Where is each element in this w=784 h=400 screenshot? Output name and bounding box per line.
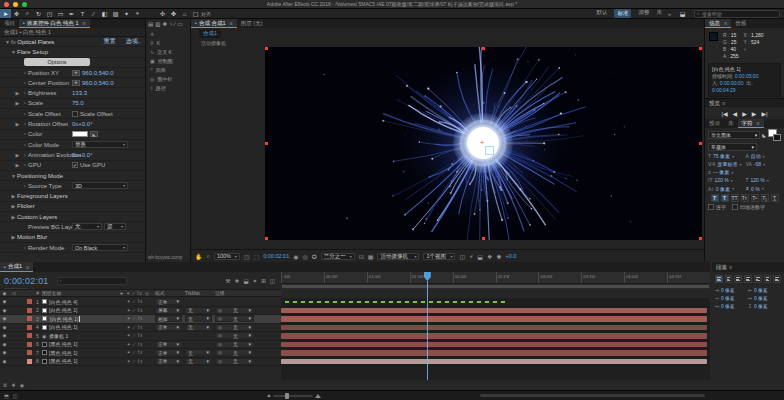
- parent-select[interactable]: ◎无▾: [215, 324, 254, 331]
- reset-link[interactable]: 重置: [104, 37, 116, 46]
- effect-row-5[interactable]: ▶◔Brightness 133.3: [0, 88, 145, 98]
- fill-stroke-swatches[interactable]: [768, 129, 781, 141]
- tab-project[interactable]: 项目: [0, 19, 19, 28]
- paragraph-field-3[interactable]: ↦0 像素: [748, 295, 781, 301]
- stopwatch-icon[interactable]: ◔: [21, 80, 28, 86]
- effect-row-15[interactable]: ▶Foreground Layers: [0, 191, 145, 201]
- layer-handle[interactable]: [699, 142, 702, 145]
- view-layout-select[interactable]: 1个视图▾: [423, 253, 455, 260]
- checkbox[interactable]: [72, 111, 78, 117]
- tool-icon-0[interactable]: ➤: [0, 9, 11, 18]
- mini-item-0[interactable]: ✛: [146, 29, 190, 38]
- layer-row-1[interactable]: ◉ 1 [白色 纯色 4] ✦ ∕ fx 正常▾: [0, 298, 281, 307]
- timeline-mode-icon-0[interactable]: ⚒: [226, 278, 231, 284]
- eyedropper-icon[interactable]: ◣: [90, 131, 98, 137]
- tab-timeline-comp[interactable]: ▪合成1 ≡: [0, 262, 33, 272]
- layer-duration-bar[interactable]: [281, 308, 707, 314]
- layer-handle[interactable]: [265, 142, 268, 145]
- effect-row-6[interactable]: ▶◔Scale 75.0: [0, 99, 145, 109]
- tool-icon-10[interactable]: ▨: [110, 9, 121, 18]
- mini-top-icon-1[interactable]: ▥: [155, 21, 160, 27]
- tool-icon-4[interactable]: ◳: [44, 9, 55, 18]
- composition-canvas[interactable]: +: [265, 47, 702, 240]
- layer-switches[interactable]: ✦ ∕ fx: [115, 359, 155, 364]
- layer-duration-bar[interactable]: [281, 333, 707, 339]
- layer-name[interactable]: [白色 纯色 1]: [49, 316, 115, 322]
- parent-select[interactable]: ◎无▾: [215, 332, 254, 339]
- camera-select[interactable]: 活动摄像机▾: [377, 253, 419, 260]
- eye-icon[interactable]: ◉: [0, 316, 9, 321]
- align-button-1[interactable]: [725, 275, 733, 283]
- faux-style-button-2[interactable]: TT: [731, 194, 739, 202]
- flowchart-icon[interactable]: ❖: [11, 382, 15, 388]
- timeline-mode-icon-4[interactable]: ⊞: [261, 278, 266, 284]
- eye-icon[interactable]: ◉: [0, 299, 9, 304]
- mini-item-2[interactable]: ∿交叉 K: [146, 47, 190, 56]
- tab-layer-viewer[interactable]: 图层 (无): [237, 19, 267, 28]
- layer-switches[interactable]: ✦ ∕ fx: [115, 342, 155, 347]
- layer-handle[interactable]: [699, 47, 702, 50]
- tab-panel-0[interactable]: 预设: [705, 119, 724, 128]
- stopwatch-icon[interactable]: ◔: [21, 70, 28, 76]
- layer-row-2[interactable]: ◉ 2 [白色 纯色 1] ✦ ∕ fx 屏幕▾ 无▾ ◎无▾: [0, 307, 281, 316]
- effect-row-0[interactable]: ▼fx Optical Flares 重置选项..: [0, 37, 145, 47]
- layer-duration-bar[interactable]: [281, 359, 707, 365]
- panel-menu-icon[interactable]: ≡: [83, 20, 86, 26]
- panel-menu-icon[interactable]: ≡: [230, 20, 233, 26]
- mini-top-icon-2[interactable]: ✚: [162, 21, 167, 27]
- checkbox[interactable]: ✓: [72, 162, 78, 168]
- stopwatch-icon[interactable]: ◔: [21, 162, 28, 168]
- mini-top-icon-5[interactable]: ▭: [177, 21, 182, 27]
- dropdown[interactable]: On Black▾: [72, 244, 128, 251]
- effect-row-17[interactable]: ▶Custom Layers: [0, 212, 145, 222]
- transparency-grid-icon[interactable]: ▦: [368, 253, 374, 260]
- timeline-mode-icon-1[interactable]: ❖: [234, 278, 239, 284]
- tool-icon-6[interactable]: ✒: [66, 9, 77, 18]
- transport-button-3[interactable]: ▶: [752, 110, 757, 117]
- label-color-swatch[interactable]: [25, 359, 33, 364]
- effect-row-8[interactable]: ▶◔Rotation Offset 0x+0.0°: [0, 119, 145, 129]
- parent-select[interactable]: ◎无▾: [215, 358, 254, 365]
- font-family-select[interactable]: 华文黑体▾: [708, 131, 760, 139]
- stopwatch-icon[interactable]: ◔: [21, 152, 28, 158]
- parent-select[interactable]: ◎无▾: [215, 349, 254, 356]
- dropdown[interactable]: 源▾: [104, 223, 126, 230]
- flowchart-icon[interactable]: ❖: [487, 253, 492, 260]
- hand-icon[interactable]: ✋: [195, 253, 203, 260]
- layer-handle[interactable]: [482, 237, 485, 240]
- transport-button-4[interactable]: ▶|: [761, 110, 767, 117]
- stopwatch-icon[interactable]: ◔: [21, 245, 28, 251]
- mini-item-5[interactable]: ◎图中针: [146, 74, 190, 83]
- effect-row-3[interactable]: ◔Position XY⊕ 960.0,540.0: [0, 68, 145, 78]
- timeline-icon[interactable]: ⬓: [477, 253, 483, 260]
- help-search-input[interactable]: [702, 11, 772, 17]
- rulers-icon[interactable]: ◳: [244, 253, 250, 260]
- mini-top-icon-3[interactable]: ◔: [169, 21, 172, 27]
- faux-style-button-3[interactable]: Tᴛ: [741, 194, 749, 202]
- label-color-swatch[interactable]: [25, 325, 33, 330]
- faux-style-button-5[interactable]: T₁: [761, 194, 769, 202]
- show-snapshot-icon[interactable]: ◎: [302, 253, 307, 260]
- stopwatch-icon[interactable]: ◔: [21, 121, 28, 127]
- effect-row-20[interactable]: ◔Render ModeOn Black▾: [0, 243, 145, 253]
- character-checkbox-1[interactable]: [732, 204, 738, 210]
- paragraph-field-0[interactable]: ⇥0 像素: [715, 287, 748, 293]
- options-button[interactable]: Options: [24, 58, 90, 66]
- timeline-tracks[interactable]: [281, 298, 710, 380]
- label-color-swatch[interactable]: [25, 342, 33, 347]
- paragraph-field-1[interactable]: ⇤0 像素: [748, 287, 781, 293]
- blend-mode-select[interactable]: 正常▾: [155, 349, 182, 356]
- layer-row-7[interactable]: ◉ 7 [黑色 纯色 1] ✦ ∕ fx 正常▾ 无▾ ◎无▾: [0, 349, 281, 358]
- parent-select[interactable]: ◎无▾: [215, 307, 254, 314]
- label-color-swatch[interactable]: [25, 350, 33, 355]
- transport-button-1[interactable]: ◀: [733, 110, 738, 117]
- blend-mode-select[interactable]: 正常▾: [155, 324, 182, 331]
- tool-icon-3[interactable]: ↻: [33, 9, 44, 18]
- snapshot-icon[interactable]: ◉: [293, 253, 298, 260]
- property-value[interactable]: 0x+0.0°: [72, 152, 93, 158]
- layer-switches[interactable]: ✦ ∕ fx: [115, 325, 155, 330]
- eyedropper-icon[interactable]: ◣: [762, 132, 766, 138]
- effect-row-16[interactable]: ▶Flicker: [0, 202, 145, 212]
- align-button-3[interactable]: [744, 275, 752, 283]
- expand-layers-icon[interactable]: ≣: [3, 382, 7, 388]
